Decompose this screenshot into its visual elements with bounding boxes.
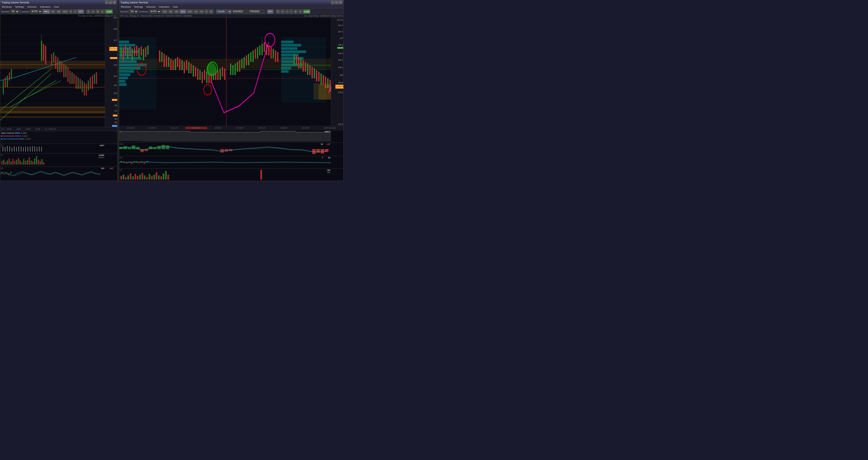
right-tf-h1[interactable]: H1 <box>194 9 199 13</box>
left-menu-windows[interactable]: Windows <box>1 5 13 8</box>
right-cd1-panel: CD 1 91 -147 <box>119 142 343 156</box>
right-menu-indicators[interactable]: Indicators <box>158 5 170 8</box>
right-date-to[interactable]: 7/30/2022 <box>249 9 265 13</box>
svg-rect-38 <box>75 76 76 89</box>
left-chart-section[interactable]: Fut. Sep 22 Exp. 19/09/2022 Delay 10 min <box>0 14 117 127</box>
svg-rect-178 <box>199 70 201 80</box>
left-menu-volumes[interactable]: Volumes <box>27 5 37 8</box>
right-minus-btn[interactable]: − <box>289 9 293 13</box>
right-minimize-btn[interactable]: ─ <box>331 1 334 4</box>
svg-rect-81 <box>16 160 17 165</box>
left-menu-indicators[interactable]: Indicators <box>39 5 52 8</box>
left-toolbar-sep <box>85 10 85 13</box>
left-menu-settings[interactable]: Settings <box>14 5 25 8</box>
svg-rect-245 <box>119 147 123 149</box>
svg-rect-73 <box>1 161 2 165</box>
right-pencil-btn[interactable]: ✏ <box>281 9 285 13</box>
right-toolbar: Symbol DX Contract AUTO Tick M1 M5 M15 M… <box>119 9 343 14</box>
left-close-btn[interactable]: ✕ <box>113 1 116 4</box>
right-tf-d[interactable]: D <box>205 9 209 13</box>
left-load-btn[interactable]: Load <box>105 9 113 13</box>
left-tf-m1[interactable]: M1 <box>51 9 56 13</box>
svg-rect-19 <box>7 76 8 87</box>
left-hft-btn[interactable]: HFT <box>78 9 84 13</box>
right-price-1062: 106.2 <box>338 66 343 68</box>
right-close-btn[interactable]: ✕ <box>339 1 342 4</box>
left-arrow-btn[interactable]: ⇔ <box>101 9 105 13</box>
right-candle-chart[interactable]: 107.54 107.4 107.2 107 106.8 106.72 106.… <box>119 18 343 126</box>
svg-rect-279 <box>127 175 129 179</box>
right-menu-windows[interactable]: Windows <box>120 5 132 8</box>
left-menu-user[interactable]: User <box>53 5 60 8</box>
left-tf-m15[interactable]: M15 <box>62 9 68 13</box>
left-time-21: 21 <box>45 128 47 130</box>
svg-rect-193 <box>237 62 238 72</box>
left-zoom-btn[interactable]: ⊕ <box>96 9 100 13</box>
svg-rect-285 <box>142 173 143 179</box>
right-tick-btn[interactable]: Tick <box>162 9 167 13</box>
right-move-btn[interactable]: ⇔ <box>299 9 303 13</box>
right-chart-main[interactable]: 107.54 107.4 107.2 107 106.8 106.72 106.… <box>119 18 343 181</box>
left-crosshair-btn[interactable]: ✛ <box>86 9 90 13</box>
left-price-103875-badge: 103.875 <box>110 57 117 59</box>
svg-rect-238 <box>119 131 143 141</box>
right-zoom-btn[interactable]: ⊕ <box>294 9 298 13</box>
right-tf-h4[interactable]: H4 <box>199 9 204 13</box>
svg-rect-200 <box>253 51 254 62</box>
svg-rect-173 <box>188 62 189 74</box>
right-plus-btn[interactable]: + <box>285 9 289 13</box>
left-tick-btn[interactable]: Tick | <box>43 9 50 13</box>
svg-rect-78 <box>10 162 11 165</box>
left-symbol-select[interactable]: DX <box>10 9 19 13</box>
right-menu-settings[interactable]: Settings <box>133 5 144 8</box>
right-tf-m1[interactable]: M1 <box>168 9 174 13</box>
left-tf-m5[interactable]: M5 <box>56 9 62 13</box>
right-contract-select[interactable]: AUTO <box>149 9 161 13</box>
left-tf-n[interactable]: N <box>69 9 73 13</box>
right-toolbar-sep2 <box>266 10 266 13</box>
right-tf-m30[interactable]: M30 <box>187 9 193 13</box>
svg-rect-243 <box>296 132 331 142</box>
svg-rect-20 <box>9 72 10 81</box>
left-contract-select[interactable]: AUTO <box>30 9 42 13</box>
right-tf-m15[interactable]: M15 <box>180 9 186 13</box>
svg-rect-265 <box>120 161 122 162</box>
right-date-from[interactable]: 5/15/2022 <box>232 9 248 13</box>
right-hft-btn[interactable]: HFT <box>267 9 274 13</box>
left-main-chart[interactable]: Fut. Sep 22 Exp. 19/09/2022 Delay 10 min <box>0 14 117 181</box>
svg-rect-76 <box>7 161 8 165</box>
left-price-105725-badge: 105.725 23:59:26 <box>109 47 117 51</box>
right-tf-w[interactable]: W <box>209 9 213 13</box>
left-pencil-btn[interactable]: ✏ <box>91 9 95 13</box>
svg-rect-55 <box>2 146 3 151</box>
left-price-107: 107 <box>114 39 117 41</box>
right-oi-svg <box>119 130 331 142</box>
svg-rect-217 <box>303 60 304 72</box>
left-time-003: -0.3 <box>1 128 4 130</box>
right-menu-volumes[interactable]: Volumes <box>145 5 156 8</box>
right-candle-select[interactable]: Candle <box>216 9 232 13</box>
svg-rect-30 <box>59 61 60 72</box>
left-minimize-btn[interactable]: ─ <box>105 1 108 4</box>
right-time-2107: 20 21.07 <box>163 127 185 129</box>
right-symbol-select[interactable]: DX <box>129 9 138 13</box>
svg-rect-21 <box>11 69 12 79</box>
right-crosshair-btn[interactable]: ✛ <box>276 9 280 13</box>
right-tf-m5[interactable]: M5 <box>174 9 179 13</box>
svg-rect-47 <box>94 74 95 84</box>
right-menu-user[interactable]: User <box>172 5 179 8</box>
svg-rect-70 <box>37 147 37 151</box>
right-load-btn[interactable]: Load <box>303 9 310 13</box>
svg-rect-221 <box>312 67 313 78</box>
left-chart-area: Fut. Sep 22 Exp. 19/09/2022 Delay 10 min <box>0 14 117 181</box>
right-price-10672-badge: 106.72 <box>337 47 343 49</box>
svg-rect-134 <box>281 40 293 43</box>
right-maximize-btn[interactable]: □ <box>335 1 338 4</box>
svg-rect-26 <box>51 54 52 66</box>
svg-rect-241 <box>220 132 260 142</box>
svg-rect-69 <box>34 146 35 151</box>
svg-rect-216 <box>300 59 302 68</box>
left-maximize-btn[interactable]: □ <box>109 1 112 4</box>
svg-rect-137 <box>281 51 306 53</box>
left-tf-c[interactable]: C <box>73 9 77 13</box>
